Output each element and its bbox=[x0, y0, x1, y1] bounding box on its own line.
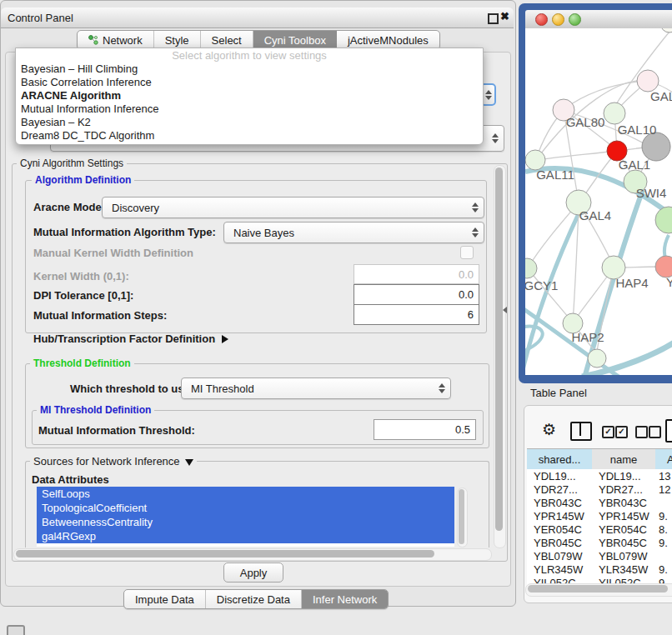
minimize-traffic-light-icon[interactable] bbox=[552, 13, 564, 26]
network-node-gcy1[interactable] bbox=[525, 258, 537, 278]
dpi-tolerance-value: 0.0 bbox=[459, 288, 474, 301]
hub-section-label: Hub/Transcription Factor Definition bbox=[33, 332, 215, 345]
algorithm-option[interactable]: Basic Correlation Inference bbox=[16, 76, 483, 89]
algorithm-option[interactable]: Mutual Information Inference bbox=[16, 102, 483, 116]
mi-threshold-input[interactable]: 0.5 bbox=[374, 419, 476, 440]
table-cell[interactable]: YBR045C bbox=[527, 536, 599, 549]
tab-style[interactable]: Style bbox=[154, 31, 201, 49]
sources-title-text: Sources for Network Inference bbox=[33, 455, 180, 468]
tab-impute-data[interactable]: Impute Data bbox=[124, 590, 206, 608]
network-canvas[interactable]: GAL80 GAL10 GAL1 GAL11 SWI4 GAL4 GCY1 HA… bbox=[525, 28, 672, 375]
tab-jactivemnodules[interactable]: jActiveMNodules bbox=[337, 31, 439, 49]
table-cell[interactable]: 9. bbox=[655, 509, 672, 522]
column-header-label: shared... bbox=[539, 453, 581, 466]
table-cell[interactable]: YPR145W bbox=[527, 509, 599, 522]
manual-kernel-label: Manual Kernel Width Definition bbox=[33, 247, 193, 259]
table-cell[interactable]: YDL19... bbox=[592, 469, 662, 482]
settings-horizontal-scrollbar-thumb[interactable] bbox=[16, 550, 434, 558]
dpi-tolerance-input[interactable]: 0.0 bbox=[354, 284, 479, 305]
table-cell[interactable]: YER054C bbox=[527, 522, 599, 536]
table-cell[interactable]: YBR045C bbox=[592, 536, 662, 549]
table-cell[interactable]: YDR27... bbox=[527, 482, 599, 496]
table-settings-gear-icon[interactable]: ⚙ bbox=[542, 420, 556, 439]
tab-infer-network[interactable]: Infer Network bbox=[302, 590, 388, 608]
settings-vertical-scrollbar-thumb[interactable] bbox=[495, 168, 503, 531]
algorithm-dropdown-popup: Select algorithm to view settings Bayesi… bbox=[15, 48, 484, 145]
table-cell[interactable]: 9. bbox=[655, 562, 672, 576]
select-all-checkbox-icon[interactable]: ✓ bbox=[615, 426, 628, 438]
table-cell[interactable]: 9. bbox=[655, 536, 672, 549]
network-node[interactable] bbox=[655, 207, 672, 233]
close-traffic-light-icon[interactable] bbox=[535, 13, 548, 26]
control-panel-title: Control Panel bbox=[8, 12, 73, 24]
zoom-traffic-light-icon[interactable] bbox=[569, 13, 581, 26]
aracne-mode-combo[interactable]: Discovery bbox=[102, 197, 484, 218]
which-threshold-value: MI Threshold bbox=[191, 382, 254, 395]
tab-network[interactable]: Network bbox=[78, 31, 154, 49]
network-node[interactable] bbox=[588, 349, 606, 368]
mi-steps-input[interactable]: 6 bbox=[354, 304, 479, 325]
algorithm-option[interactable]: Bayesian – K2 bbox=[16, 116, 483, 129]
table-cell[interactable]: YLR345W bbox=[592, 562, 662, 576]
table-cell[interactable]: YDL19... bbox=[527, 469, 599, 482]
network-node[interactable] bbox=[660, 28, 672, 32]
new-table-icon[interactable] bbox=[665, 419, 672, 442]
list-item-selected[interactable]: TopologicalCoefficient bbox=[37, 501, 454, 515]
table-cell[interactable]: YER054C bbox=[592, 522, 662, 536]
mi-type-label: Mutual Information Algorithm Type: bbox=[33, 226, 216, 238]
tab-cyni-toolbox[interactable]: Cyni Toolbox bbox=[253, 31, 337, 49]
expanded-arrow-icon bbox=[185, 459, 193, 466]
table-cell[interactable]: 8. bbox=[655, 522, 672, 536]
which-threshold-combo[interactable]: MI Threshold bbox=[181, 378, 451, 399]
mi-type-combo[interactable]: Naive Bayes bbox=[223, 222, 484, 243]
node-label: HAP4 bbox=[615, 276, 648, 290]
network-node-gal10[interactable] bbox=[604, 102, 625, 124]
tab-discretize-data[interactable]: Discretize Data bbox=[206, 590, 302, 608]
table-cell[interactable]: YDR27... bbox=[592, 482, 662, 496]
apply-button[interactable]: Apply bbox=[223, 562, 283, 582]
algorithm-option-selected[interactable]: ARACNE Algorithm bbox=[16, 89, 483, 102]
column-header-name[interactable]: name bbox=[592, 448, 656, 470]
deselect-all-checkbox-icon[interactable] bbox=[649, 426, 661, 438]
table-cell[interactable]: YLR345W bbox=[527, 562, 599, 576]
node-label: GAL80 bbox=[566, 115, 605, 129]
kernel-width-value: 0.0 bbox=[459, 268, 474, 281]
float-panel-icon[interactable] bbox=[488, 13, 499, 24]
sources-group-title[interactable]: Sources for Network Inference bbox=[30, 456, 197, 467]
close-panel-icon[interactable]: ✖ bbox=[500, 10, 509, 22]
kernel-width-input[interactable]: 0.0 bbox=[354, 264, 479, 284]
manual-kernel-checkbox[interactable] bbox=[460, 246, 474, 259]
split-table-icon[interactable] bbox=[570, 422, 592, 441]
column-header-partial[interactable]: A bbox=[655, 448, 672, 470]
algorithm-option[interactable]: Bayesian – Hill Climbing bbox=[16, 62, 483, 76]
hub-section-toggle[interactable]: Hub/Transcription Factor Definition bbox=[33, 332, 228, 345]
table-cell[interactable] bbox=[655, 496, 672, 509]
table-cell[interactable]: YPR145W bbox=[592, 509, 662, 522]
list-item-selected[interactable]: BetweennessCentrality bbox=[37, 515, 454, 529]
table-cell[interactable]: YBL079W bbox=[592, 549, 662, 562]
control-panel-titlebar bbox=[1, 8, 514, 28]
table-cell[interactable]: 13 bbox=[655, 469, 672, 482]
mi-type-stepper-icon bbox=[472, 228, 479, 238]
table-cell[interactable]: 12 bbox=[655, 482, 672, 496]
selector-stepper-icon[interactable] bbox=[492, 133, 499, 143]
table-horizontal-scrollbar-thumb[interactable] bbox=[528, 585, 668, 592]
table-cell[interactable]: YBL079W bbox=[527, 549, 599, 562]
deselect-all-checkbox-icon[interactable] bbox=[635, 426, 648, 438]
network-node-gray[interactable] bbox=[642, 132, 670, 161]
table-cell[interactable]: YBR043C bbox=[592, 496, 662, 509]
algorithm-option[interactable]: Dream8 DC_TDC Algorithm bbox=[16, 129, 483, 142]
attributes-list-scrollbar-thumb[interactable] bbox=[459, 489, 464, 544]
table-cell[interactable] bbox=[655, 549, 672, 562]
tab-select[interactable]: Select bbox=[201, 31, 253, 49]
tab-style-label: Style bbox=[165, 34, 189, 47]
select-all-checkbox-icon[interactable]: ✓ bbox=[602, 426, 614, 438]
minimized-panel-icon[interactable] bbox=[7, 625, 25, 635]
table-cell[interactable]: YBR043C bbox=[527, 496, 599, 509]
node-label: GAL bbox=[650, 89, 672, 103]
algorithm-definition-title: Algorithm Definition bbox=[32, 175, 134, 186]
column-header-shared-name[interactable]: shared... bbox=[527, 448, 593, 470]
list-item-selected[interactable]: gal4RGexp bbox=[37, 529, 454, 543]
splitter-collapse-icon[interactable] bbox=[503, 307, 507, 313]
list-item-selected[interactable]: SelfLoops bbox=[37, 487, 454, 501]
